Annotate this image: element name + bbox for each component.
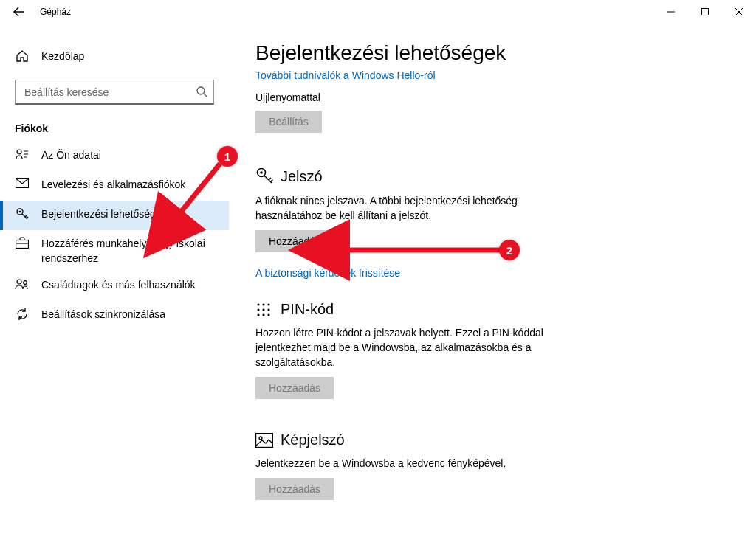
window-minimize-button[interactable] [654,0,688,24]
svg-point-10 [260,171,263,174]
svg-point-11 [257,303,259,305]
person-card-icon [15,148,30,160]
sidebar-item-email-accounts[interactable]: Levelezési és alkalmazásfiókok [0,171,229,201]
svg-point-14 [257,308,259,311]
sidebar-item-family[interactable]: Családtagok és más felhasználók [0,271,229,301]
sidebar-item-signin-options[interactable]: Bejelentkezési lehetőségek [0,201,229,230]
key-large-icon [255,167,276,186]
mail-icon [15,177,30,188]
password-add-button[interactable]: Hozzáadás [255,230,334,252]
titlebar: Gépház [0,0,756,24]
svg-point-2 [17,150,21,154]
close-icon [735,8,743,15]
main-content: Bejelentkezési lehetőségek További tudni… [229,24,756,537]
sidebar-item-label: Beállítások szinkronizálása [41,307,165,322]
svg-point-16 [267,308,269,311]
annotation-marker-1: 1 [217,146,238,167]
people-icon [15,277,30,290]
svg-rect-0 [702,9,709,15]
key-icon [15,207,30,221]
svg-point-21 [259,437,262,440]
window-maximize-button[interactable] [688,0,722,24]
svg-point-19 [267,313,269,316]
pin-desc: Hozzon létre PIN-kódot a jelszavak helye… [255,325,573,370]
sidebar-item-sync[interactable]: Beállítások szinkronizálása [0,301,229,330]
sidebar-group-title: Fiókok [15,122,229,134]
section-pin-title: PIN-kód [281,301,334,318]
window-close-button[interactable] [722,0,756,24]
svg-point-13 [267,303,269,305]
svg-rect-20 [256,433,273,447]
svg-point-17 [257,313,259,316]
section-password-title: Jelszó [281,168,323,185]
image-icon [255,433,276,448]
sidebar-item-label: Bejelentkezési lehetőségek [41,207,167,221]
hello-more-link[interactable]: További tudnivalók a Windows Hello-ról [255,69,726,81]
search-wrap [15,80,214,105]
sidebar-item-label: Családtagok és más felhasználók [41,277,196,292]
sidebar-item-label: Az Ön adatai [41,148,101,162]
picture-desc: Jelentkezzen be a Windowsba a kedvenc fé… [255,456,573,471]
sidebar-item-label: Levelezési és alkalmazásfiókok [41,177,185,192]
section-picture-title: Képjelszó [281,432,345,448]
section-password: Jelszó A fióknak nincs jelszava. A többi… [255,167,726,279]
app-title: Gépház [40,7,71,17]
svg-point-15 [262,308,264,311]
sidebar-home-label: Kezdőlap [41,50,84,62]
svg-rect-6 [16,240,29,249]
page-title: Bejelentkezési lehetőségek [255,41,726,65]
sync-icon [15,307,30,321]
sidebar: Kezdőlap Fiókok Az Ön adatai Levelez [0,24,229,537]
section-picture-password: Képjelszó Jelentkezzen be a Windowsba a … [255,432,726,500]
picture-add-button: Hozzáadás [255,478,334,500]
security-questions-link[interactable]: A biztonsági kérdések frissítése [255,267,400,279]
section-pin: PIN-kód Hozzon létre PIN-kódot a jelszav… [255,301,726,399]
search-input[interactable] [15,80,214,105]
pin-add-button: Hozzáadás [255,377,334,399]
svg-point-18 [262,313,264,316]
maximize-icon [701,8,709,15]
svg-point-12 [262,303,264,305]
fingerprint-label: Ujjlenyomattal [255,91,726,103]
fingerprint-setup-button: Beállítás [255,111,322,133]
back-button[interactable] [7,0,30,24]
svg-point-8 [24,281,27,285]
sidebar-item-your-info[interactable]: Az Ön adatai [0,142,229,171]
password-desc: A fióknak nincs jelszava. A többi bejele… [255,193,573,223]
arrow-left-icon [13,6,24,18]
briefcase-icon [15,236,30,249]
annotation-marker-2: 2 [499,240,520,260]
keypad-icon [255,302,276,318]
sidebar-home[interactable]: Kezdőlap [0,41,229,71]
sidebar-item-label: Hozzáférés munkahelyi vagy iskolai rends… [41,236,214,266]
home-icon [15,49,30,63]
minimize-icon [667,8,675,15]
svg-point-5 [19,211,21,213]
sidebar-item-work-access[interactable]: Hozzáférés munkahelyi vagy iskolai rends… [0,230,229,271]
svg-point-7 [17,280,21,284]
